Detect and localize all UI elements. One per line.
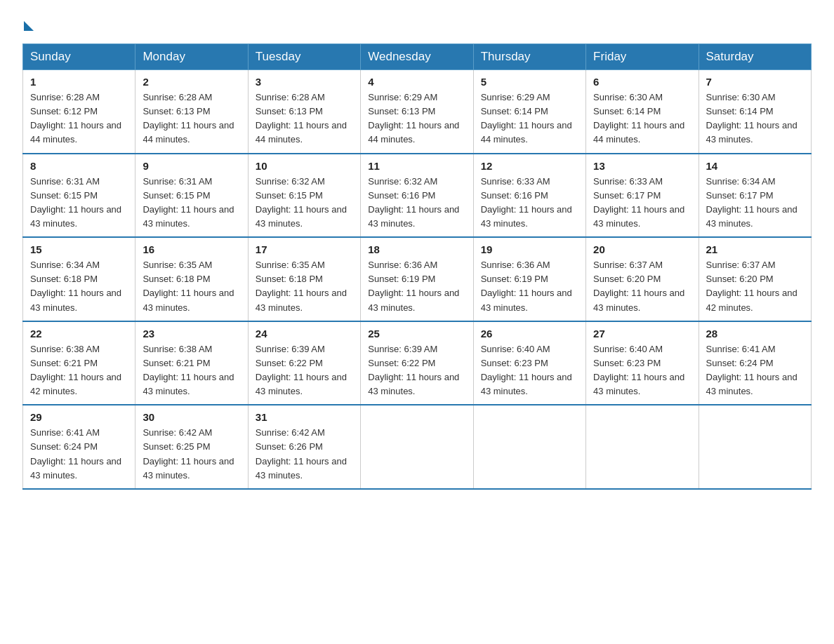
day-info: Sunrise: 6:37 AMSunset: 6:20 PMDaylight:… [706,260,797,312]
day-info: Sunrise: 6:39 AMSunset: 6:22 PMDaylight:… [368,344,459,396]
calendar-day-cell: 14 Sunrise: 6:34 AMSunset: 6:17 PMDaylig… [699,154,811,238]
day-number: 19 [481,243,578,255]
calendar-table: SundayMondayTuesdayWednesdayThursdayFrid… [22,43,812,490]
day-info: Sunrise: 6:41 AMSunset: 6:24 PMDaylight:… [30,427,121,480]
weekday-header: Saturday [699,44,811,70]
calendar-day-cell: 3 Sunrise: 6:28 AMSunset: 6:13 PMDayligh… [248,70,360,154]
weekday-header: Monday [135,44,248,70]
calendar-week-row: 1 Sunrise: 6:28 AMSunset: 6:12 PMDayligh… [23,70,812,154]
calendar-day-cell: 22 Sunrise: 6:38 AMSunset: 6:21 PMDaylig… [23,321,135,405]
day-info: Sunrise: 6:30 AMSunset: 6:14 PMDaylight:… [593,92,684,145]
day-number: 7 [706,76,804,88]
day-info: Sunrise: 6:30 AMSunset: 6:14 PMDaylight:… [706,92,797,145]
calendar-day-cell: 4 Sunrise: 6:29 AMSunset: 6:13 PMDayligh… [361,70,473,154]
day-number: 29 [30,411,128,423]
day-info: Sunrise: 6:40 AMSunset: 6:23 PMDaylight:… [481,344,572,396]
day-info: Sunrise: 6:34 AMSunset: 6:18 PMDaylight:… [30,260,121,312]
calendar-day-cell: 1 Sunrise: 6:28 AMSunset: 6:12 PMDayligh… [23,70,135,154]
day-info: Sunrise: 6:31 AMSunset: 6:15 PMDaylight:… [30,176,121,229]
day-info: Sunrise: 6:28 AMSunset: 6:13 PMDaylight:… [143,92,234,145]
calendar-day-cell: 21 Sunrise: 6:37 AMSunset: 6:20 PMDaylig… [699,237,811,321]
logo [22,17,35,31]
day-info: Sunrise: 6:35 AMSunset: 6:18 PMDaylight:… [256,260,347,312]
day-number: 3 [256,76,353,88]
day-info: Sunrise: 6:41 AMSunset: 6:24 PMDaylight:… [706,344,797,396]
day-info: Sunrise: 6:29 AMSunset: 6:14 PMDaylight:… [481,92,572,145]
weekday-header: Wednesday [361,44,473,70]
day-info: Sunrise: 6:32 AMSunset: 6:15 PMDaylight:… [256,176,347,229]
day-number: 13 [593,160,691,172]
calendar-week-row: 29 Sunrise: 6:41 AMSunset: 6:24 PMDaylig… [23,405,812,489]
day-number: 4 [368,76,465,88]
day-number: 18 [368,243,465,255]
calendar-day-cell: 16 Sunrise: 6:35 AMSunset: 6:18 PMDaylig… [135,237,248,321]
day-info: Sunrise: 6:35 AMSunset: 6:18 PMDaylight:… [143,260,234,312]
calendar-day-cell: 12 Sunrise: 6:33 AMSunset: 6:16 PMDaylig… [473,154,585,238]
calendar-day-cell: 23 Sunrise: 6:38 AMSunset: 6:21 PMDaylig… [135,321,248,405]
calendar-week-row: 8 Sunrise: 6:31 AMSunset: 6:15 PMDayligh… [23,154,812,238]
calendar-day-cell: 30 Sunrise: 6:42 AMSunset: 6:25 PMDaylig… [135,405,248,489]
calendar-week-row: 22 Sunrise: 6:38 AMSunset: 6:21 PMDaylig… [23,321,812,405]
day-number: 10 [256,160,353,172]
day-number: 8 [30,160,128,172]
day-info: Sunrise: 6:40 AMSunset: 6:23 PMDaylight:… [593,344,684,396]
day-number: 24 [256,328,353,340]
calendar-day-cell: 11 Sunrise: 6:32 AMSunset: 6:16 PMDaylig… [361,154,473,238]
day-info: Sunrise: 6:33 AMSunset: 6:16 PMDaylight:… [481,176,572,229]
day-number: 14 [706,160,804,172]
calendar-day-cell: 2 Sunrise: 6:28 AMSunset: 6:13 PMDayligh… [135,70,248,154]
day-info: Sunrise: 6:42 AMSunset: 6:25 PMDaylight:… [143,427,234,480]
day-info: Sunrise: 6:28 AMSunset: 6:12 PMDaylight:… [30,92,121,145]
weekday-header: Thursday [473,44,585,70]
calendar-day-cell: 8 Sunrise: 6:31 AMSunset: 6:15 PMDayligh… [23,154,135,238]
day-info: Sunrise: 6:32 AMSunset: 6:16 PMDaylight:… [368,176,459,229]
day-number: 25 [368,328,465,340]
calendar-day-cell [699,405,811,489]
day-number: 12 [481,160,578,172]
day-number: 28 [706,328,804,340]
calendar-day-cell: 26 Sunrise: 6:40 AMSunset: 6:23 PMDaylig… [473,321,585,405]
calendar-day-cell: 17 Sunrise: 6:35 AMSunset: 6:18 PMDaylig… [248,237,360,321]
day-number: 16 [143,243,240,255]
day-number: 22 [30,328,128,340]
day-number: 17 [256,243,353,255]
day-number: 11 [368,160,465,172]
calendar-day-cell: 5 Sunrise: 6:29 AMSunset: 6:14 PMDayligh… [473,70,585,154]
day-info: Sunrise: 6:42 AMSunset: 6:26 PMDaylight:… [256,427,347,480]
calendar-week-row: 15 Sunrise: 6:34 AMSunset: 6:18 PMDaylig… [23,237,812,321]
day-info: Sunrise: 6:28 AMSunset: 6:13 PMDaylight:… [256,92,347,145]
day-number: 2 [143,76,240,88]
calendar-day-cell [473,405,585,489]
day-number: 27 [593,328,691,340]
page-header [22,17,812,31]
day-number: 9 [143,160,240,172]
weekday-header: Sunday [23,44,135,70]
day-number: 1 [30,76,128,88]
day-info: Sunrise: 6:31 AMSunset: 6:15 PMDaylight:… [143,176,234,229]
day-info: Sunrise: 6:29 AMSunset: 6:13 PMDaylight:… [368,92,459,145]
day-info: Sunrise: 6:33 AMSunset: 6:17 PMDaylight:… [593,176,684,229]
calendar-day-cell: 29 Sunrise: 6:41 AMSunset: 6:24 PMDaylig… [23,405,135,489]
weekday-header: Friday [586,44,699,70]
calendar-day-cell [586,405,699,489]
logo-triangle-icon [24,21,34,31]
day-number: 23 [143,328,240,340]
day-number: 31 [256,411,353,423]
day-number: 30 [143,411,240,423]
calendar-day-cell: 10 Sunrise: 6:32 AMSunset: 6:15 PMDaylig… [248,154,360,238]
calendar-day-cell: 20 Sunrise: 6:37 AMSunset: 6:20 PMDaylig… [586,237,699,321]
calendar-day-cell: 19 Sunrise: 6:36 AMSunset: 6:19 PMDaylig… [473,237,585,321]
day-info: Sunrise: 6:36 AMSunset: 6:19 PMDaylight:… [368,260,459,312]
calendar-day-cell: 28 Sunrise: 6:41 AMSunset: 6:24 PMDaylig… [699,321,811,405]
calendar-day-cell: 7 Sunrise: 6:30 AMSunset: 6:14 PMDayligh… [699,70,811,154]
day-info: Sunrise: 6:36 AMSunset: 6:19 PMDaylight:… [481,260,572,312]
calendar-day-cell: 27 Sunrise: 6:40 AMSunset: 6:23 PMDaylig… [586,321,699,405]
calendar-day-cell: 25 Sunrise: 6:39 AMSunset: 6:22 PMDaylig… [361,321,473,405]
day-info: Sunrise: 6:38 AMSunset: 6:21 PMDaylight:… [143,344,234,396]
calendar-day-cell: 24 Sunrise: 6:39 AMSunset: 6:22 PMDaylig… [248,321,360,405]
day-info: Sunrise: 6:39 AMSunset: 6:22 PMDaylight:… [256,344,347,396]
day-number: 26 [481,328,578,340]
calendar-day-cell: 18 Sunrise: 6:36 AMSunset: 6:19 PMDaylig… [361,237,473,321]
day-number: 21 [706,243,804,255]
calendar-day-cell [361,405,473,489]
